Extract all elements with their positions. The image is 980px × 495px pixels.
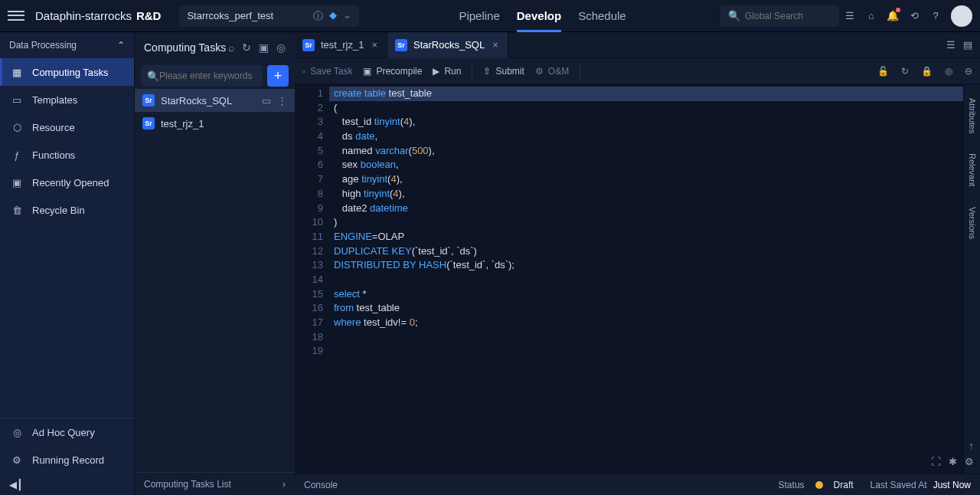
editor-controls: ↑ ⛶ ✱ ⚙ xyxy=(931,440,974,467)
search-icon: 🔍 xyxy=(728,10,740,21)
right-panel-relevant[interactable]: Relevant xyxy=(968,153,977,186)
upload-icon: ⇧ xyxy=(483,66,491,77)
sidebar-nav: Data Processing ⌃ ▦Computing Tasks▭Templ… xyxy=(0,32,134,495)
search-input[interactable] xyxy=(745,11,829,21)
collapse-icon: ◀┃ xyxy=(9,479,23,490)
chevron-up-icon: ⌃ xyxy=(117,40,125,51)
sidebar-item-recycle-bin[interactable]: 🗑Recycle Bin xyxy=(0,196,134,224)
list-icon[interactable]: ☰ xyxy=(946,39,956,51)
project-name: Starrcoks_perf_test xyxy=(187,10,273,21)
secure-icon[interactable]: 🔒 xyxy=(921,66,933,77)
layout-icon[interactable]: ▤ xyxy=(963,39,972,51)
right-panel-versions[interactable]: Versions xyxy=(968,207,977,239)
nav-develop[interactable]: Develop xyxy=(517,0,561,32)
copy-icon[interactable]: ▭ xyxy=(262,95,271,107)
robot-icon[interactable]: ⌂ xyxy=(861,0,882,32)
res-icon: ⬡ xyxy=(11,121,23,133)
scroll-top-icon[interactable]: ↑ xyxy=(969,440,975,451)
editor-tab[interactable]: Srtest_rjz_1× xyxy=(295,32,387,58)
precompile-icon: ▣ xyxy=(363,66,371,77)
close-icon[interactable]: × xyxy=(491,39,500,51)
fx-icon: ƒ xyxy=(11,149,23,161)
sidebar-item-functions[interactable]: ƒFunctions xyxy=(0,141,134,169)
sr-icon: Sr xyxy=(395,39,407,51)
sidebar-item-running-record[interactable]: ⚙Running Record xyxy=(0,446,134,474)
project-selector[interactable]: Starrcoks_perf_test ⓘ ◆ ⌄ xyxy=(179,5,359,27)
rec-icon: ▣ xyxy=(11,176,23,188)
sync-icon[interactable]: ↻ xyxy=(901,66,909,77)
run-button[interactable]: ▶Run xyxy=(433,66,461,77)
run-icon: ⚙ xyxy=(11,454,23,466)
line-gutter: 12345678910111213141516171819 xyxy=(295,84,329,474)
settings-icon[interactable]: ⚙ xyxy=(965,456,974,467)
lock-icon[interactable]: 🔓 xyxy=(877,66,889,77)
sidebar-item-computing-tasks[interactable]: ▦Computing Tasks xyxy=(0,58,134,86)
location-icon[interactable]: ◎ xyxy=(945,66,952,77)
sr-icon: Sr xyxy=(302,39,315,51)
play-icon: ▶ xyxy=(433,66,439,77)
task-search-input[interactable] xyxy=(159,70,256,81)
grid-icon: ▦ xyxy=(11,66,23,78)
nav-pipeline[interactable]: Pipeline xyxy=(459,0,499,32)
submit-button[interactable]: ⇧Submit xyxy=(483,66,524,77)
save-icon: ▫ xyxy=(302,66,305,77)
task-panel-footer[interactable]: Computing Tasks List › xyxy=(135,472,295,495)
task-item[interactable]: Srtest_rjz_1 xyxy=(135,112,295,135)
task-panel-title: Computing Tasks xyxy=(144,41,226,54)
sr-icon: Sr xyxy=(142,117,155,129)
add-task-button[interactable]: + xyxy=(267,65,289,87)
pin-icon[interactable]: ◎ xyxy=(276,41,286,54)
sidebar-item-resource[interactable]: ⬡Resource xyxy=(0,113,134,141)
bin-icon: 🗑 xyxy=(11,204,23,216)
filter-icon[interactable]: ⌕ xyxy=(228,41,234,54)
refresh-icon[interactable]: ↻ xyxy=(242,41,251,54)
sr-icon: Sr xyxy=(142,94,155,107)
notification-dot xyxy=(896,8,900,12)
sidebar-item-templates[interactable]: ▭Templates xyxy=(0,86,134,113)
right-panel-attributes[interactable]: Attributes xyxy=(968,98,977,133)
sidebar-section-header[interactable]: Data Processing ⌃ xyxy=(0,32,134,58)
nav-schedule[interactable]: Schedule xyxy=(578,0,626,32)
avatar[interactable] xyxy=(951,5,972,27)
brand: Dataphin-starrocksR&D xyxy=(35,9,161,22)
bell-icon[interactable]: 🔔 xyxy=(882,0,903,32)
fullscreen-icon[interactable]: ⛶ xyxy=(931,456,941,467)
diamond-icon[interactable]: ◆ xyxy=(329,9,337,23)
sidebar-item-recently-opened[interactable]: ▣Recently Opened xyxy=(0,169,134,196)
editor-area: Srtest_rjz_1×SrStarRocks_SQL×☰▤ ▫Save Ta… xyxy=(295,32,980,495)
cancel-icon[interactable]: ⊖ xyxy=(965,66,972,77)
info-icon[interactable]: ⓘ xyxy=(313,9,323,23)
collapse-sidebar[interactable]: ◀┃ xyxy=(0,474,134,495)
chevron-right-icon: › xyxy=(283,479,286,490)
menu-icon[interactable] xyxy=(8,8,24,25)
precompile-button[interactable]: ▣Precompile xyxy=(363,66,422,77)
editor-tabs: Srtest_rjz_1×SrStarRocks_SQL×☰▤ xyxy=(295,32,980,58)
chevron-down-icon[interactable]: ⌄ xyxy=(343,9,351,23)
editor-tab[interactable]: SrStarRocks_SQL× xyxy=(387,32,508,58)
gear-icon: ⚙ xyxy=(535,66,544,77)
code-editor[interactable]: create table test_table( test_id tinyint… xyxy=(329,84,963,474)
more-icon[interactable]: ⋮ xyxy=(277,95,287,107)
theme-icon[interactable]: ✱ xyxy=(949,456,957,467)
right-rail: AttributesRelevantVersions xyxy=(963,84,980,474)
editor-toolbar: ▫Save Task ▣Precompile ▶Run ⇧Submit ⚙O&M… xyxy=(295,58,980,84)
help-icon[interactable]: ? xyxy=(925,0,946,32)
task-item[interactable]: SrStarRocks_SQL▭⋮ xyxy=(135,89,295,112)
refresh-icon[interactable]: ⟲ xyxy=(903,0,925,32)
console-tab[interactable]: Console xyxy=(304,480,338,490)
new-folder-icon[interactable]: ▣ xyxy=(259,41,269,54)
status-dot xyxy=(815,481,823,489)
status-bar: Console Status Draft Last Saved At Just … xyxy=(295,474,980,495)
save-button[interactable]: ▫Save Task xyxy=(302,66,352,77)
top-bar: Dataphin-starrocksR&D Starrcoks_perf_tes… xyxy=(0,0,980,32)
global-search[interactable]: 🔍 xyxy=(720,5,839,27)
close-icon[interactable]: × xyxy=(370,39,379,51)
adh-icon: ◎ xyxy=(11,426,23,438)
sidebar-item-ad-hoc-query[interactable]: ◎Ad Hoc Query xyxy=(0,418,134,446)
panel-icon[interactable]: ☰ xyxy=(839,0,861,32)
project-icons: ⓘ ◆ ⌄ xyxy=(313,9,351,23)
om-button[interactable]: ⚙O&M xyxy=(535,66,569,77)
search-icon: 🔍 xyxy=(147,70,159,82)
tmpl-icon: ▭ xyxy=(11,93,23,106)
top-nav: PipelineDevelopSchedule xyxy=(459,0,626,32)
